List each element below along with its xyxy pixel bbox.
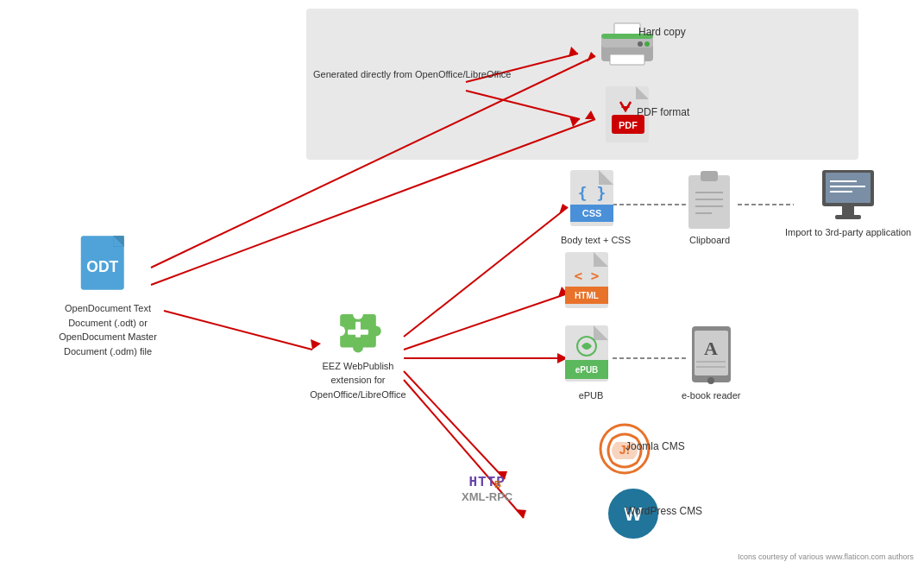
wordpress-label: WordPress CMS [625,505,702,517]
svg-text:ODT: ODT [86,258,118,275]
css-label: Body text + CSS [561,235,631,245]
footer-text: Icons courtesy of various www.flaticon.c… [738,552,914,561]
svg-point-80 [707,377,714,384]
generated-label: Generated directly from OpenOffice/Libre… [313,67,511,82]
html-icon: HTML < > [561,250,621,315]
pdf-area: PDF PDF format [569,85,689,118]
epub-label: ePUB [579,390,604,401]
plugin-label: EEZ WebPublish extension for OpenOffice/… [310,359,406,402]
svg-line-4 [164,311,312,350]
http-badge: B [494,479,501,489]
epub-area: ePUB ePUB [561,324,621,401]
html-area: HTML < > [561,250,621,315]
joomla-label: Joomla CMS [625,440,685,452]
clipboard-area: Clipboard [682,168,738,245]
plugin-icon: EEZ WebPublish extension for OpenOffice/… [311,306,405,401]
odt-label: OpenDocument Text Document (.odt) or Ope… [52,301,164,358]
svg-rect-74 [835,215,861,219]
pdf-label: PDF format [637,106,689,118]
odt-icon: ODT OpenDocument Text Document (.odt) or… [52,233,164,358]
svg-line-8 [404,293,568,350]
svg-point-30 [353,343,363,353]
svg-rect-73 [842,206,854,215]
ebook-icon: A [683,324,739,388]
svg-text:{ }: { } [577,184,606,202]
svg-rect-63 [701,171,718,181]
svg-text:< >: < > [575,268,600,284]
ebook-area: A e-book reader [682,324,741,401]
svg-point-41 [644,41,650,47]
printer-area: Hard copy [569,22,686,38]
svg-text:CSS: CSS [581,208,601,218]
clipboard-label: Clipboard [689,235,730,245]
odt-svg: ODT [60,233,155,298]
svg-point-32 [353,309,363,319]
svg-marker-15 [516,509,526,518]
svg-rect-62 [688,175,730,229]
svg-line-12 [404,371,505,479]
svg-rect-33 [355,322,361,338]
svg-rect-34 [348,330,368,335]
css-icon: CSS { } [566,168,626,233]
joomla-area: J! Joomla CMS [565,423,685,452]
epub-icon: ePUB [561,324,621,388]
hard-copy-label: Hard copy [638,26,686,38]
svg-point-31 [335,326,345,337]
http-area: HTTP XML-RPC [462,475,512,503]
clipboard-icon [682,168,738,233]
svg-point-40 [638,41,643,47]
svg-text:PDF: PDF [619,120,638,130]
wordpress-area: W WordPress CMS [565,488,702,517]
svg-text:A: A [704,338,718,359]
monitor-icon [818,168,878,224]
svg-text:HTML: HTML [575,291,599,300]
svg-text:ePUB: ePUB [575,365,599,375]
ebook-label: e-book reader [682,390,741,401]
monitor-area: Import to 3rd-party application [785,168,911,239]
svg-rect-69 [826,173,871,203]
svg-rect-39 [610,54,644,65]
svg-point-29 [371,326,381,337]
xmlrpc-label: XML-RPC [462,490,512,503]
import-label: Import to 3rd-party application [785,226,911,239]
svg-line-6 [404,207,568,337]
diagram-container: Generated directly from OpenOffice/Libre… [0,0,924,568]
css-area: CSS { } Body text + CSS [561,168,631,245]
